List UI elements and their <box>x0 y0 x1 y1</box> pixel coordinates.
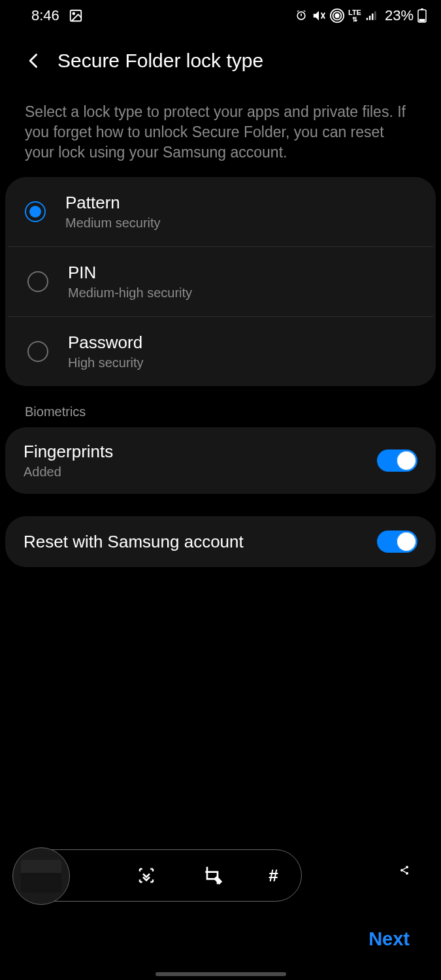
gesture-handle <box>155 972 286 976</box>
option-title: PIN <box>68 263 192 283</box>
fingerprints-row[interactable]: Fingerprints Added <box>5 427 436 494</box>
svg-rect-11 <box>419 19 425 22</box>
next-button[interactable]: Next <box>368 928 410 950</box>
radio-password[interactable] <box>27 341 48 362</box>
lock-option-pin[interactable]: PIN Medium-high security <box>8 246 433 316</box>
fingerprints-title: Fingerprints <box>24 442 113 462</box>
svg-point-14 <box>406 872 408 875</box>
app-header: Secure Folder lock type <box>0 31 441 90</box>
svg-rect-6 <box>369 16 371 20</box>
svg-point-2 <box>335 14 339 18</box>
svg-rect-5 <box>367 18 368 20</box>
reset-title: Reset with Samsung account <box>24 532 244 552</box>
page-description: Select a lock type to protect your apps … <box>0 90 441 177</box>
signal-icon <box>365 9 378 22</box>
reset-samsung-row[interactable]: Reset with Samsung account <box>5 516 436 567</box>
svg-rect-8 <box>374 11 376 20</box>
option-title: Password <box>68 333 144 353</box>
option-sub: Medium security <box>65 216 161 231</box>
biometrics-heading: Biometrics <box>0 386 441 427</box>
battery-icon <box>417 8 427 23</box>
svg-point-13 <box>400 869 403 872</box>
radio-pin[interactable] <box>27 271 48 292</box>
svg-rect-7 <box>372 14 374 20</box>
fingerprints-switch[interactable] <box>377 449 417 472</box>
fingerprints-sub: Added <box>24 465 113 480</box>
hashtag-icon[interactable]: # <box>269 866 278 886</box>
lock-option-password[interactable]: Password High security <box>8 316 433 386</box>
svg-point-12 <box>406 866 408 868</box>
lock-type-card: Pattern Medium security PIN Medium-high … <box>5 177 436 386</box>
share-icon[interactable] <box>399 865 410 879</box>
crop-edit-icon[interactable] <box>202 865 223 886</box>
option-title: Pattern <box>65 193 161 213</box>
radio-pattern[interactable] <box>25 201 46 222</box>
scroll-capture-icon[interactable] <box>137 866 156 885</box>
back-icon[interactable] <box>25 52 43 70</box>
battery-percent: 23% <box>385 7 414 24</box>
page-title: Secure Folder lock type <box>57 50 263 72</box>
option-sub: High security <box>68 355 144 370</box>
status-time: 8:46 <box>31 7 59 24</box>
mute-vibrate-icon <box>312 8 326 23</box>
status-bar: 8:46 LTE⇅ 23% <box>0 0 441 31</box>
image-icon <box>69 8 83 23</box>
hotspot-icon <box>330 8 344 23</box>
lte-icon: LTE⇅ <box>348 9 361 23</box>
lock-option-pattern[interactable]: Pattern Medium security <box>5 177 436 246</box>
reset-switch[interactable] <box>377 531 417 553</box>
screenshot-toolbar: # <box>14 849 302 902</box>
svg-rect-10 <box>421 8 423 10</box>
svg-point-1 <box>73 12 74 14</box>
alarm-icon <box>295 9 308 22</box>
screenshot-thumbnail[interactable] <box>12 847 70 905</box>
option-sub: Medium-high security <box>68 286 192 301</box>
